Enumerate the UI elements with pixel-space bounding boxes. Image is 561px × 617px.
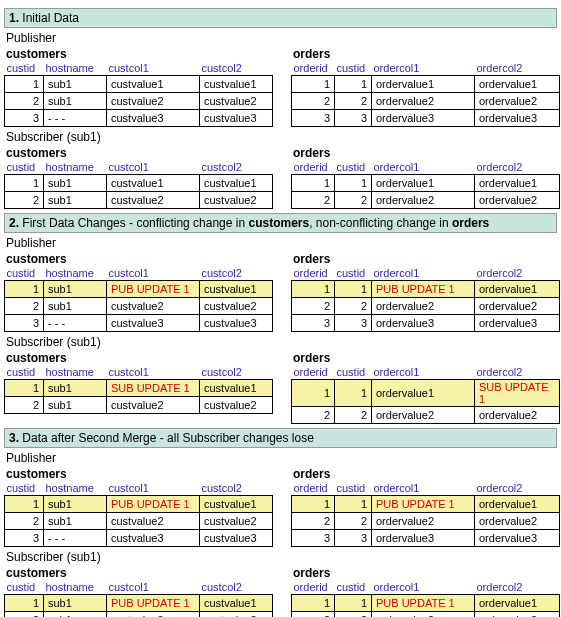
col-header: custcol1 xyxy=(107,61,200,76)
cell: ordervalue3 xyxy=(372,530,475,547)
cell: custvalue2 xyxy=(107,397,200,414)
cell-text: sub1 xyxy=(48,283,72,295)
cell: 2 xyxy=(335,513,372,530)
customers-table: custidhostnamecustcol1custcol21sub1PUB U… xyxy=(4,266,273,332)
section-title-text: , non-conflicting change in xyxy=(309,216,452,230)
table-head: custidhostnamecustcol1custcol2 xyxy=(5,61,273,76)
cell-text: ordervalue1 xyxy=(376,387,434,399)
col-header: custid xyxy=(335,481,372,496)
cell: custvalue1 xyxy=(200,76,273,93)
cell-text: 1 xyxy=(324,283,330,295)
cell: ordervalue1 xyxy=(372,380,475,407)
cell-text: custvalue2 xyxy=(204,95,257,107)
orders-table-wrap: ordersorderidcustidordercol1ordercol211P… xyxy=(291,252,560,332)
table-row: 33ordervalue3ordervalue3 xyxy=(292,110,560,127)
cell-text: custvalue2 xyxy=(204,300,257,312)
table-head: orderidcustidordercol1ordercol2 xyxy=(292,580,560,595)
cell-text: 3 xyxy=(33,532,39,544)
cell-text: 1 xyxy=(324,597,330,609)
cell-text: custvalue2 xyxy=(204,399,257,411)
cell-text: sub1 xyxy=(48,597,72,609)
table-head: custidhostnamecustcol1custcol2 xyxy=(5,365,273,380)
table-row: 2sub1custvalue2custvalue2 xyxy=(5,397,273,414)
col-header: custid xyxy=(335,266,372,281)
header-row: custidhostnamecustcol1custcol2 xyxy=(5,266,273,281)
customers-table: custidhostnamecustcol1custcol21sub1custv… xyxy=(4,61,273,127)
cell-text: ordervalue3 xyxy=(479,532,537,544)
cell-text: ordervalue2 xyxy=(479,409,537,421)
cell-text: 1 xyxy=(33,78,39,90)
cell-text: sub1 xyxy=(48,177,72,189)
cell: 1 xyxy=(5,76,44,93)
table-body: 1sub1custvalue1custvalue12sub1custvalue2… xyxy=(5,175,273,209)
cell: custvalue1 xyxy=(107,76,200,93)
table-row: 1sub1custvalue1custvalue1 xyxy=(5,175,273,192)
role-label: Publisher xyxy=(6,451,557,465)
cell-text: 2 xyxy=(33,300,39,312)
cell-text: sub1 xyxy=(48,194,72,206)
col-header: custcol1 xyxy=(107,266,200,281)
table-row: 11ordervalue1ordervalue1 xyxy=(292,76,560,93)
col-header: orderid xyxy=(292,481,335,496)
col-header: orderid xyxy=(292,160,335,175)
cell-text: custvalue3 xyxy=(204,112,257,124)
table-row: 1sub1SUB UPDATE 1custvalue1 xyxy=(5,380,273,397)
cell-text: - - - xyxy=(48,317,65,329)
cell: ordervalue2 xyxy=(372,513,475,530)
cell-text: 1 xyxy=(33,597,39,609)
cell: 1 xyxy=(5,175,44,192)
cell: sub1 xyxy=(44,496,107,513)
col-header: custid xyxy=(335,61,372,76)
cell: sub1 xyxy=(44,612,107,618)
cell-text: 2 xyxy=(324,194,330,206)
cell: 2 xyxy=(292,513,335,530)
cell: ordervalue2 xyxy=(475,298,560,315)
role-label: Subscriber (sub1) xyxy=(6,130,557,144)
section-header: 1. Initial Data xyxy=(4,8,557,28)
orders-table-title: orders xyxy=(293,146,560,160)
table-row: 11ordervalue1SUB UPDATE 1 xyxy=(292,380,560,407)
section-header: 2. First Data Changes - conflicting chan… xyxy=(4,213,557,233)
cell: sub1 xyxy=(44,380,107,397)
customers-table: custidhostnamecustcol1custcol21sub1PUB U… xyxy=(4,580,273,617)
table-row: 2sub1custvalue2custvalue2 xyxy=(5,192,273,209)
cell-text: ordervalue1 xyxy=(479,597,537,609)
table-head: custidhostnamecustcol1custcol2 xyxy=(5,266,273,281)
cell: PUB UPDATE 1 xyxy=(107,595,200,612)
cell: ordervalue1 xyxy=(372,76,475,93)
cell: custvalue1 xyxy=(200,595,273,612)
cell: ordervalue1 xyxy=(475,281,560,298)
cell-text: 2 xyxy=(33,194,39,206)
cell: custvalue3 xyxy=(200,110,273,127)
cell-text: 3 xyxy=(361,317,367,329)
cell: 3 xyxy=(292,110,335,127)
cell-text: custvalue3 xyxy=(111,532,164,544)
cell-text: ordervalue3 xyxy=(479,112,537,124)
cell: 3 xyxy=(5,110,44,127)
cell-text: custvalue1 xyxy=(204,498,257,510)
cell-text: 2 xyxy=(361,515,367,527)
header-row: orderidcustidordercol1ordercol2 xyxy=(292,160,560,175)
cell: custvalue3 xyxy=(107,530,200,547)
orders-table-wrap: ordersorderidcustidordercol1ordercol211o… xyxy=(291,146,560,209)
cell: custvalue1 xyxy=(200,380,273,397)
table-body: 1sub1SUB UPDATE 1custvalue12sub1custvalu… xyxy=(5,380,273,414)
cell-text: 2 xyxy=(324,409,330,421)
col-header: custid xyxy=(5,365,44,380)
cell: 3 xyxy=(292,530,335,547)
customers-table-wrap: customerscustidhostnamecustcol1custcol21… xyxy=(4,252,273,332)
orders-table-wrap: ordersorderidcustidordercol1ordercol211o… xyxy=(291,351,560,424)
cell-text: 1 xyxy=(324,387,330,399)
cell-text: 3 xyxy=(361,532,367,544)
col-header: ordercol1 xyxy=(372,365,475,380)
header-row: orderidcustidordercol1ordercol2 xyxy=(292,481,560,496)
col-header: custid xyxy=(335,365,372,380)
cell-text: ordervalue1 xyxy=(479,177,537,189)
cell: custvalue3 xyxy=(107,315,200,332)
cell-text: 2 xyxy=(33,399,39,411)
table-row: 1sub1PUB UPDATE 1custvalue1 xyxy=(5,281,273,298)
col-header: custcol2 xyxy=(200,160,273,175)
table-row: 1sub1PUB UPDATE 1custvalue1 xyxy=(5,595,273,612)
cell: 1 xyxy=(335,281,372,298)
cell: 2 xyxy=(5,612,44,618)
